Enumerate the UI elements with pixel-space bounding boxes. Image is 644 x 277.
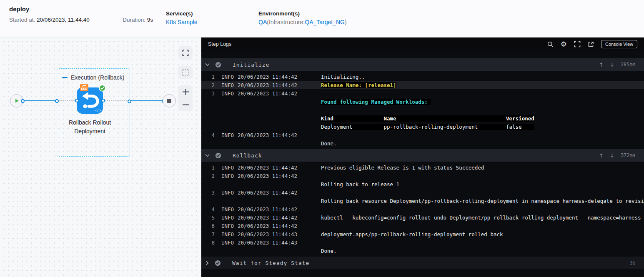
chevron-down-icon[interactable] [205, 62, 210, 67]
step-logs-panel: Step Logs ⚙ Console View [201, 37, 644, 277]
open-in-new-tab-button[interactable] [588, 41, 594, 47]
collapse-stage-icon[interactable] [62, 77, 68, 78]
scroll-to-top-icon[interactable]: ↑ [599, 152, 604, 159]
section-success-icon [215, 152, 221, 159]
environment-link[interactable]: QA [258, 19, 267, 25]
play-icon [14, 98, 19, 103]
log-line: 5INFO20/06/2023 11:44:42kubectl --kubeco… [201, 213, 644, 222]
scroll-to-bottom-icon[interactable]: ↓ [610, 62, 614, 68]
port-dot [75, 99, 79, 102]
port-dot [101, 99, 105, 102]
environments-block: Environment(s) QA(Infrastructure:QA_Targ… [258, 0, 347, 37]
log-section-body-initialize: 1INFO20/06/2023 11:44:42Initializing.. 2… [201, 71, 644, 149]
log-section-header-initialize[interactable]: Initialize ↑ ↓ 285ms [201, 58, 644, 71]
canvas-fullscreen-button[interactable] [178, 46, 193, 60]
stage-group-label: Execution (Rollback) [71, 74, 124, 81]
header-divider [157, 9, 157, 29]
chevron-down-icon[interactable] [205, 153, 210, 157]
connector-line [129, 100, 163, 102]
scroll-to-bottom-icon[interactable]: ↓ [610, 152, 614, 159]
log-line: Rolling back resource Deployment/pp-roll… [201, 197, 644, 205]
scroll-to-top-icon[interactable]: ↑ [599, 62, 604, 68]
log-line: Done. [201, 139, 644, 147]
rolling-deployment-badge-icon [80, 84, 88, 93]
log-line: 7INFO20/06/2023 11:44:43deployment.apps/… [201, 230, 644, 238]
log-line: 6INFO20/06/2023 11:44:42 [201, 222, 644, 230]
step-logs-title: Step Logs [208, 41, 231, 47]
step-node-label: Rollback Rollout Deployment [58, 118, 121, 136]
minus-icon [182, 101, 189, 108]
pipeline-name: deploy [9, 5, 148, 12]
logs-fullscreen-button[interactable] [574, 41, 581, 47]
port-dot [128, 100, 131, 103]
service-link[interactable]: K8s Sample [166, 19, 258, 25]
log-scroll-gap [201, 51, 644, 58]
log-line: 1INFO20/06/2023 11:44:42Initializing.. [201, 72, 644, 81]
infrastructure-link[interactable]: QA_Target_NG [305, 19, 345, 25]
section-success-icon [215, 62, 221, 68]
console-view-button[interactable]: Console View [601, 40, 637, 48]
log-line [201, 106, 644, 114]
port-dot [55, 99, 59, 103]
log-section-header-rollback[interactable]: Rollback ↑ ↓ 372ms [201, 149, 644, 162]
section-title: Initialize [233, 62, 269, 68]
log-line: 8INFO20/06/2023 11:44:43 [201, 238, 644, 247]
svg-text:</>: </> [95, 108, 101, 112]
end-node[interactable] [163, 94, 176, 107]
plus-icon [182, 88, 189, 95]
log-line: 3INFO20/06/2023 11:44:42 [201, 89, 644, 97]
log-line: 1INFO20/06/2023 11:44:42Previous eligibl… [201, 163, 644, 172]
marquee-selection-icon [183, 70, 188, 75]
log-settings-button[interactable]: ⚙ [561, 41, 567, 48]
log-line: 2INFO20/06/2023 11:44:42 [201, 172, 644, 180]
port-dot [21, 99, 25, 103]
started-at: Started at: 20/06/2023, 11:44:40 [9, 17, 90, 23]
step-node-rollback-rollout-deployment[interactable]: </> [77, 87, 103, 114]
zoom-out-button[interactable] [178, 99, 193, 111]
open-in-new-icon [588, 41, 594, 47]
section-duration: 372ms [621, 152, 636, 158]
log-line: 3INFO20/06/2023 11:44:42 [201, 188, 644, 197]
log-table-row: Deployment pp-rollback-rolling-deploymen… [201, 122, 644, 131]
environment-value: QA(Infrastructure:QA_Target_NG) [258, 19, 347, 25]
gear-icon: ⚙ [561, 41, 567, 48]
services-label: Service(s) [166, 10, 258, 17]
log-line: Found following Managed Workloads: [201, 97, 644, 106]
canvas-zoom-controls [178, 85, 193, 111]
pipeline-summary: deploy Started at: 20/06/2023, 11:44:40 … [0, 0, 148, 37]
zoom-in-button[interactable] [178, 86, 193, 98]
fullscreen-icon [574, 41, 581, 47]
execution-header: deploy Started at: 20/06/2023, 11:44:40 … [0, 0, 644, 37]
fullscreen-icon [182, 50, 189, 56]
search-logs-button[interactable] [547, 41, 554, 47]
step-logs-header: Step Logs ⚙ Console View [201, 37, 644, 51]
log-line: Done. [201, 247, 644, 255]
log-line: Rolling back to release 1 [201, 180, 644, 188]
search-icon [547, 41, 554, 47]
log-section-header-wait-for-steady-state[interactable]: Wait for Steady State 3s [201, 257, 644, 269]
log-table-header-row: Kind Name Versioned [201, 114, 644, 122]
log-line: 4INFO20/06/2023 11:44:42 [201, 205, 644, 213]
section-duration: 3s [630, 260, 636, 266]
success-check-icon [99, 85, 106, 93]
log-line-highlighted: 2INFO20/06/2023 11:44:42Release Name: [r… [201, 81, 644, 89]
canvas-select-button[interactable] [178, 66, 193, 79]
duration: Duration: 9s [123, 17, 153, 23]
stop-icon [167, 99, 171, 103]
execution-page: deploy Started at: 20/06/2023, 11:44:40 … [0, 0, 644, 277]
run-meta-row: Started at: 20/06/2023, 11:44:40 Duratio… [9, 17, 153, 23]
pipeline-graph-canvas[interactable]: Execution (Rollback) </> [0, 37, 201, 277]
log-line: 4INFO20/06/2023 11:44:42 [201, 131, 644, 139]
services-block: Service(s) K8s Sample [166, 0, 258, 37]
section-title: Wait for Steady State [232, 260, 309, 266]
chevron-right-icon[interactable] [205, 261, 209, 265]
environments-label: Environment(s) [258, 10, 347, 17]
section-duration: 285ms [621, 62, 636, 67]
section-success-icon [215, 260, 221, 266]
section-title: Rollback [233, 152, 262, 159]
connector-line [23, 100, 57, 102]
log-section-body-rollback: 1INFO20/06/2023 11:44:42Previous eligibl… [201, 162, 644, 257]
